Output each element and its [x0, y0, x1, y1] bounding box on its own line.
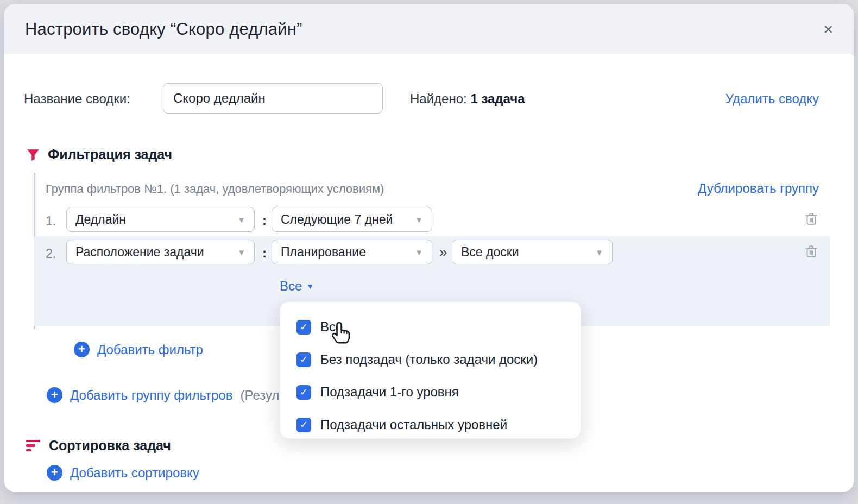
sort-icon [26, 440, 40, 452]
filter-separator: : [262, 245, 267, 261]
filter-row-1-index: 1. [46, 214, 56, 229]
chevron-down-icon: ▼ [306, 282, 314, 291]
dropdown-item-label: Подзадачи 1-го уровня [320, 385, 459, 400]
add-sorting-label: Добавить сортировку [70, 465, 199, 481]
board-select[interactable]: Все доски ▼ [452, 240, 613, 264]
add-filter-label: Добавить фильтр [97, 342, 203, 357]
filtration-title: Фильтрация задач [48, 147, 172, 162]
delete-summary-link[interactable]: Удалить сводку [725, 91, 819, 106]
checkbox-checked-icon[interactable]: ✓ [296, 385, 311, 400]
plus-icon: + [74, 342, 90, 357]
configure-summary-dialog: Настроить сводку “Скоро дедлайн” × Назва… [4, 4, 854, 492]
filter-field-select-1-value: Дедлайн [75, 212, 126, 227]
filter-group-header: Группа фильтров №1. (1 задач, удовлетвор… [46, 182, 384, 196]
filter-value-select-2-value: Планирование [281, 245, 366, 260]
checkbox-checked-icon[interactable]: ✓ [296, 320, 311, 335]
add-filter-group-button[interactable]: + Добавить группу фильтров (Резул [47, 387, 279, 403]
filter-field-select-1[interactable]: Дедлайн ▼ [66, 207, 255, 232]
filter-field-select-2-value: Расположение задачи [75, 245, 204, 260]
filter-separator: : [262, 213, 267, 228]
checkbox-checked-icon[interactable]: ✓ [296, 418, 311, 432]
filter-value-select-1-value: Следующие 7 дней [281, 212, 393, 227]
filter-value-select-1[interactable]: Следующие 7 дней ▼ [272, 207, 432, 232]
add-filter-group-label: Добавить группу фильтров [70, 388, 232, 403]
board-select-value: Все доски [461, 245, 519, 260]
dropdown-item-label: Подзадачи остальных уровней [320, 417, 507, 432]
subtask-scope-toggle[interactable]: Все ▼ [280, 279, 314, 294]
found-count: Найдено: 1 задача [410, 91, 525, 106]
dropdown-item-no-subtasks[interactable]: ✓ Без подзадач (только задачи доски) [296, 343, 581, 376]
filter-field-select-2[interactable]: Расположение задачи ▼ [66, 240, 255, 264]
found-label: Найдено: [410, 91, 467, 106]
dialog-title: Настроить сводку “Скоро дедлайн” [25, 20, 302, 39]
dropdown-item-other-level-subtasks[interactable]: ✓ Подзадачи остальных уровней [296, 408, 581, 441]
sorting-section-header: Сортировка задач [26, 438, 171, 453]
filter-funnel-icon [26, 148, 40, 162]
duplicate-group-link[interactable]: Дублировать группу [698, 181, 819, 196]
subtask-scope-label: Все [280, 279, 302, 294]
summary-name-input[interactable] [163, 83, 383, 114]
plus-icon: + [47, 387, 62, 403]
delete-filter-row-1-icon[interactable] [805, 212, 818, 226]
filtration-section-header: Фильтрация задач [26, 147, 172, 162]
chevron-down-icon: ▼ [231, 248, 245, 257]
page: Настроить сводку “Скоро дедлайн” × Назва… [0, 0, 858, 504]
dropdown-item-label: Без подзадач (только задачи доски) [320, 352, 538, 367]
filter-value-select-2[interactable]: Планирование ▼ [272, 240, 432, 264]
chevron-down-icon: ▼ [589, 248, 603, 257]
summary-name-label: Название сводки: [24, 91, 130, 106]
chevron-down-icon: ▼ [408, 248, 423, 257]
checkbox-checked-icon[interactable]: ✓ [296, 352, 311, 367]
add-sorting-button[interactable]: + Добавить сортировку [47, 465, 199, 481]
dropdown-item-label: Все [320, 319, 343, 335]
found-value: 1 задача [470, 91, 525, 106]
plus-icon: + [47, 465, 62, 481]
close-icon[interactable]: × [823, 21, 833, 37]
dialog-header: Настроить сводку “Скоро дедлайн” × [4, 4, 854, 54]
dropdown-item-level1-subtasks[interactable]: ✓ Подзадачи 1-го уровня [296, 376, 581, 408]
subtask-scope-dropdown: ✓ Все ✓ Без подзадач (только задачи доск… [280, 301, 581, 439]
delete-filter-row-2-icon[interactable] [805, 244, 818, 259]
filter-row-2-index: 2. [46, 247, 56, 261]
add-filter-button[interactable]: + Добавить фильтр [74, 342, 203, 357]
add-filter-group-note: (Резул [240, 388, 279, 403]
sorting-title: Сортировка задач [49, 438, 171, 453]
board-chevron: » [439, 244, 447, 261]
chevron-down-icon: ▼ [408, 215, 423, 224]
dropdown-item-all[interactable]: ✓ Все [296, 311, 581, 343]
chevron-down-icon: ▼ [231, 215, 245, 224]
